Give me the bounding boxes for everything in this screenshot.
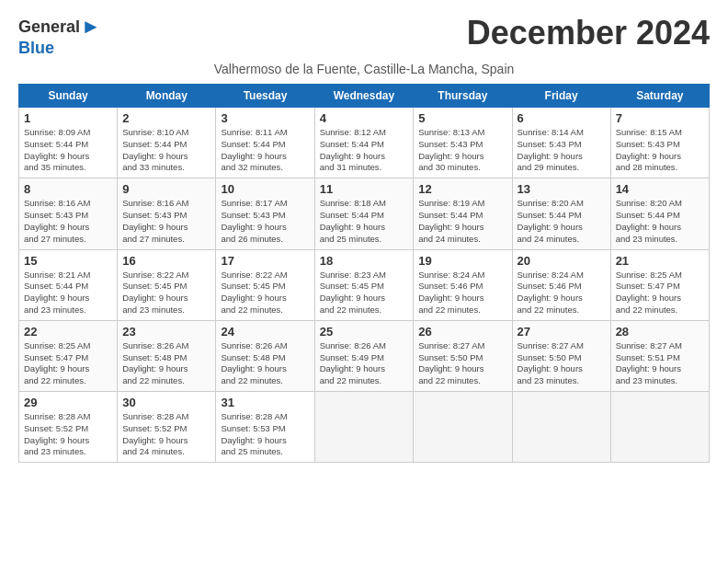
calendar-cell: 15Sunrise: 8:21 AM Sunset: 5:44 PM Dayli… bbox=[19, 249, 118, 320]
col-friday: Friday bbox=[512, 85, 610, 108]
day-number: 11 bbox=[320, 182, 409, 196]
day-info: Sunrise: 8:26 AM Sunset: 5:48 PM Dayligh… bbox=[221, 340, 309, 387]
calendar-cell: 31Sunrise: 8:28 AM Sunset: 5:53 PM Dayli… bbox=[216, 392, 314, 463]
calendar-cell: 3Sunrise: 8:11 AM Sunset: 5:44 PM Daylig… bbox=[216, 108, 314, 178]
day-number: 4 bbox=[320, 111, 409, 125]
day-number: 21 bbox=[616, 254, 704, 268]
day-number: 18 bbox=[320, 254, 409, 268]
day-info: Sunrise: 8:13 AM Sunset: 5:43 PM Dayligh… bbox=[418, 127, 506, 174]
calendar-cell: 24Sunrise: 8:26 AM Sunset: 5:48 PM Dayli… bbox=[216, 320, 314, 391]
day-info: Sunrise: 8:14 AM Sunset: 5:43 PM Dayligh… bbox=[518, 127, 606, 174]
calendar-cell: 12Sunrise: 8:19 AM Sunset: 5:44 PM Dayli… bbox=[414, 178, 512, 249]
calendar-week-row: 1Sunrise: 8:09 AM Sunset: 5:44 PM Daylig… bbox=[19, 108, 710, 178]
day-info: Sunrise: 8:24 AM Sunset: 5:46 PM Dayligh… bbox=[518, 270, 606, 316]
day-info: Sunrise: 8:20 AM Sunset: 5:44 PM Dayligh… bbox=[518, 198, 606, 245]
day-number: 17 bbox=[221, 254, 309, 268]
day-number: 29 bbox=[24, 396, 112, 409]
day-number: 12 bbox=[418, 182, 506, 196]
calendar-cell: 29Sunrise: 8:28 AM Sunset: 5:52 PM Dayli… bbox=[19, 392, 118, 463]
calendar-cell: 6Sunrise: 8:14 AM Sunset: 5:43 PM Daylig… bbox=[512, 108, 610, 178]
day-number: 25 bbox=[320, 325, 409, 339]
calendar-cell: 20Sunrise: 8:24 AM Sunset: 5:46 PM Dayli… bbox=[512, 249, 610, 320]
day-info: Sunrise: 8:22 AM Sunset: 5:45 PM Dayligh… bbox=[122, 270, 210, 316]
col-tuesday: Tuesday bbox=[216, 85, 314, 108]
day-info: Sunrise: 8:21 AM Sunset: 5:44 PM Dayligh… bbox=[24, 270, 112, 316]
day-info: Sunrise: 8:17 AM Sunset: 5:43 PM Dayligh… bbox=[221, 198, 309, 245]
day-info: Sunrise: 8:25 AM Sunset: 5:47 PM Dayligh… bbox=[616, 270, 704, 316]
calendar-cell: 13Sunrise: 8:20 AM Sunset: 5:44 PM Dayli… bbox=[512, 178, 610, 249]
calendar-week-row: 29Sunrise: 8:28 AM Sunset: 5:52 PM Dayli… bbox=[19, 392, 710, 463]
day-number: 20 bbox=[518, 254, 606, 268]
day-info: Sunrise: 8:19 AM Sunset: 5:44 PM Dayligh… bbox=[418, 198, 506, 245]
day-info: Sunrise: 8:16 AM Sunset: 5:43 PM Dayligh… bbox=[24, 198, 112, 245]
day-info: Sunrise: 8:27 AM Sunset: 5:50 PM Dayligh… bbox=[418, 340, 506, 387]
day-number: 13 bbox=[518, 182, 606, 196]
col-monday: Monday bbox=[118, 85, 216, 108]
title-block: December 2024 bbox=[467, 15, 710, 52]
day-info: Sunrise: 8:09 AM Sunset: 5:44 PM Dayligh… bbox=[24, 127, 112, 174]
calendar-week-row: 15Sunrise: 8:21 AM Sunset: 5:44 PM Dayli… bbox=[19, 249, 710, 320]
day-number: 8 bbox=[24, 182, 112, 196]
empty-cell bbox=[512, 392, 610, 463]
day-info: Sunrise: 8:25 AM Sunset: 5:47 PM Dayligh… bbox=[24, 340, 112, 387]
col-saturday: Saturday bbox=[610, 85, 709, 108]
calendar-cell: 27Sunrise: 8:27 AM Sunset: 5:50 PM Dayli… bbox=[512, 320, 610, 391]
day-number: 24 bbox=[221, 325, 309, 339]
calendar-cell: 30Sunrise: 8:28 AM Sunset: 5:52 PM Dayli… bbox=[118, 392, 216, 463]
calendar-cell: 11Sunrise: 8:18 AM Sunset: 5:44 PM Dayli… bbox=[314, 178, 414, 249]
calendar-table: Sunday Monday Tuesday Wednesday Thursday… bbox=[18, 84, 710, 463]
empty-cell bbox=[314, 392, 414, 463]
day-number: 31 bbox=[221, 396, 309, 409]
day-number: 16 bbox=[122, 254, 210, 268]
day-number: 10 bbox=[221, 182, 309, 196]
day-number: 9 bbox=[122, 182, 210, 196]
day-info: Sunrise: 8:27 AM Sunset: 5:50 PM Dayligh… bbox=[518, 340, 606, 387]
logo-blue: Blue bbox=[18, 39, 54, 58]
col-sunday: Sunday bbox=[19, 85, 118, 108]
day-info: Sunrise: 8:22 AM Sunset: 5:45 PM Dayligh… bbox=[221, 270, 309, 316]
day-info: Sunrise: 8:26 AM Sunset: 5:49 PM Dayligh… bbox=[320, 340, 409, 387]
calendar-cell: 7Sunrise: 8:15 AM Sunset: 5:43 PM Daylig… bbox=[610, 108, 709, 178]
calendar-week-row: 22Sunrise: 8:25 AM Sunset: 5:47 PM Dayli… bbox=[19, 320, 710, 391]
calendar-cell: 18Sunrise: 8:23 AM Sunset: 5:45 PM Dayli… bbox=[314, 249, 414, 320]
calendar-cell: 21Sunrise: 8:25 AM Sunset: 5:47 PM Dayli… bbox=[610, 249, 709, 320]
calendar-cell: 2Sunrise: 8:10 AM Sunset: 5:44 PM Daylig… bbox=[118, 108, 216, 178]
day-number: 28 bbox=[616, 325, 704, 339]
day-info: Sunrise: 8:24 AM Sunset: 5:46 PM Dayligh… bbox=[418, 270, 506, 316]
day-number: 3 bbox=[221, 111, 309, 125]
day-info: Sunrise: 8:11 AM Sunset: 5:44 PM Dayligh… bbox=[221, 127, 309, 174]
day-number: 23 bbox=[122, 325, 210, 339]
day-number: 5 bbox=[418, 111, 506, 125]
day-info: Sunrise: 8:10 AM Sunset: 5:44 PM Dayligh… bbox=[122, 127, 210, 174]
day-number: 6 bbox=[518, 111, 606, 125]
calendar-cell: 17Sunrise: 8:22 AM Sunset: 5:45 PM Dayli… bbox=[216, 249, 314, 320]
empty-cell bbox=[414, 392, 512, 463]
day-info: Sunrise: 8:27 AM Sunset: 5:51 PM Dayligh… bbox=[616, 340, 704, 387]
calendar-cell: 22Sunrise: 8:25 AM Sunset: 5:47 PM Dayli… bbox=[19, 320, 118, 391]
day-info: Sunrise: 8:23 AM Sunset: 5:45 PM Dayligh… bbox=[320, 270, 409, 316]
calendar-cell: 23Sunrise: 8:26 AM Sunset: 5:48 PM Dayli… bbox=[118, 320, 216, 391]
page: General ► Blue December 2024 Valhermoso … bbox=[0, 0, 728, 472]
day-info: Sunrise: 8:28 AM Sunset: 5:53 PM Dayligh… bbox=[221, 411, 309, 458]
calendar-cell: 25Sunrise: 8:26 AM Sunset: 5:49 PM Dayli… bbox=[314, 320, 414, 391]
calendar-cell: 26Sunrise: 8:27 AM Sunset: 5:50 PM Dayli… bbox=[414, 320, 512, 391]
day-info: Sunrise: 8:18 AM Sunset: 5:44 PM Dayligh… bbox=[320, 198, 409, 245]
day-number: 14 bbox=[616, 182, 704, 196]
day-number: 22 bbox=[24, 325, 112, 339]
day-info: Sunrise: 8:15 AM Sunset: 5:43 PM Dayligh… bbox=[616, 127, 704, 174]
logo-general: General bbox=[18, 17, 80, 37]
empty-cell bbox=[610, 392, 709, 463]
calendar-cell: 1Sunrise: 8:09 AM Sunset: 5:44 PM Daylig… bbox=[19, 108, 118, 178]
day-info: Sunrise: 8:12 AM Sunset: 5:44 PM Dayligh… bbox=[320, 127, 409, 174]
col-wednesday: Wednesday bbox=[314, 85, 414, 108]
calendar-week-row: 8Sunrise: 8:16 AM Sunset: 5:43 PM Daylig… bbox=[19, 178, 710, 249]
day-info: Sunrise: 8:28 AM Sunset: 5:52 PM Dayligh… bbox=[24, 411, 112, 458]
day-number: 19 bbox=[418, 254, 506, 268]
calendar-cell: 10Sunrise: 8:17 AM Sunset: 5:43 PM Dayli… bbox=[216, 178, 314, 249]
day-info: Sunrise: 8:28 AM Sunset: 5:52 PM Dayligh… bbox=[122, 411, 210, 458]
subtitle: Valhermoso de la Fuente, Castille-La Man… bbox=[18, 62, 710, 76]
logo: General ► Blue bbox=[18, 15, 101, 58]
col-thursday: Thursday bbox=[414, 85, 512, 108]
day-info: Sunrise: 8:20 AM Sunset: 5:44 PM Dayligh… bbox=[616, 198, 704, 245]
calendar-cell: 8Sunrise: 8:16 AM Sunset: 5:43 PM Daylig… bbox=[19, 178, 118, 249]
